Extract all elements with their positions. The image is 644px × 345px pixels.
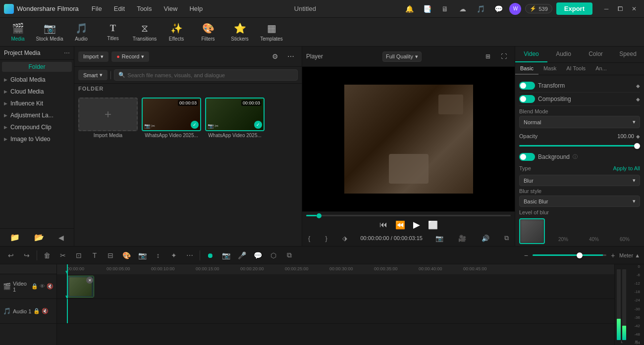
menu-edit[interactable]: Edit bbox=[109, 3, 130, 14]
cloud-icon[interactable]: ☁ bbox=[456, 2, 470, 16]
tab-color[interactable]: Color bbox=[580, 47, 612, 62]
ai-tools-button[interactable]: ✦ bbox=[167, 248, 181, 262]
add-marker-button[interactable]: ⬡ bbox=[267, 248, 280, 262]
screen-icon[interactable]: 🖥 bbox=[438, 2, 452, 16]
blur-style-select[interactable]: Basic Blur ▾ bbox=[519, 196, 640, 207]
music-icon[interactable]: 🎵 bbox=[474, 2, 487, 16]
sidebar-item-adjustment-layer[interactable]: ▶ Adjustment La... bbox=[0, 109, 74, 121]
import-button[interactable]: Import ▾ bbox=[78, 51, 108, 62]
more-icon[interactable]: ⋯ bbox=[284, 49, 298, 63]
clip-add-icon[interactable]: ⬗ bbox=[340, 234, 349, 243]
video-track-area[interactable]: ✕ bbox=[57, 274, 614, 299]
mark-in-icon[interactable]: { bbox=[306, 234, 312, 243]
media-item-video1[interactable]: 00:00:03 📷 ✂ ✓ WhatsApp Video 2025... bbox=[142, 98, 201, 138]
sub-tab-basic[interactable]: Basic bbox=[515, 63, 538, 75]
smart-filter-button[interactable]: Smart ▾ bbox=[78, 70, 107, 80]
track-lock-icon[interactable]: 🔒 bbox=[31, 283, 38, 290]
folder-active[interactable]: Folder bbox=[2, 62, 72, 72]
track-eye-icon[interactable]: 👁 bbox=[40, 283, 45, 290]
sidebar-item-compound-clip[interactable]: ▶ Compound Clip bbox=[0, 121, 74, 133]
menu-view[interactable]: View bbox=[159, 3, 182, 14]
record-tl-button[interactable]: ⏺ bbox=[203, 248, 217, 262]
user-avatar[interactable]: W bbox=[509, 3, 521, 15]
play-button[interactable]: ▶ bbox=[411, 218, 422, 231]
audio-track-area[interactable] bbox=[57, 299, 614, 324]
tool-transitions[interactable]: ⧖ Transitions bbox=[129, 19, 161, 46]
tool-filters[interactable]: 🎨 Filters bbox=[192, 19, 224, 46]
subtitle-button[interactable]: 💬 bbox=[251, 248, 265, 262]
transform-keyframe-icon[interactable]: ◆ bbox=[636, 83, 640, 89]
tool-stickers[interactable]: ⭐ Stickers bbox=[224, 19, 256, 46]
mark-out-icon[interactable]: } bbox=[323, 234, 329, 243]
opacity-keyframe-icon[interactable]: ◆ bbox=[636, 134, 640, 139]
video-clip-1[interactable]: ✕ bbox=[67, 276, 94, 297]
delete-button[interactable]: 🗑 bbox=[40, 248, 54, 262]
tool-audio[interactable]: 🎵 Audio bbox=[65, 19, 97, 46]
settings-icon[interactable]: ⋯ bbox=[64, 49, 70, 56]
camera-tl-button[interactable]: 📷 bbox=[219, 248, 233, 262]
blur-thumb-selected[interactable] bbox=[519, 218, 545, 244]
menu-help[interactable]: Help bbox=[184, 3, 208, 14]
volume-icon[interactable]: 🔊 bbox=[480, 234, 491, 243]
apply-all-button[interactable]: Apply to All bbox=[613, 165, 640, 171]
tool-titles[interactable]: T Titles bbox=[97, 19, 129, 46]
track-audio-mute-icon[interactable]: 🔇 bbox=[42, 308, 49, 314]
copy-button[interactable]: ⊟ bbox=[104, 248, 117, 262]
tool-stock-media[interactable]: 📷 Stock Media bbox=[34, 19, 65, 46]
chat-icon[interactable]: 💬 bbox=[491, 2, 505, 16]
sub-tab-mask[interactable]: Mask bbox=[538, 63, 561, 75]
prev-frame-button[interactable]: ⏮ bbox=[377, 219, 389, 230]
tab-audio[interactable]: Audio bbox=[547, 47, 580, 62]
search-box[interactable]: 🔍 Search file names, visuals, and dialog… bbox=[114, 69, 298, 81]
filter-icon[interactable]: ⚙ bbox=[268, 49, 282, 63]
camera-icon[interactable]: 🎥 bbox=[456, 234, 468, 243]
paint-button[interactable]: 🎨 bbox=[119, 248, 133, 262]
background-info-icon[interactable]: ⓘ bbox=[573, 153, 578, 160]
background-toggle[interactable] bbox=[519, 153, 535, 161]
folder-add-icon[interactable]: 📁 bbox=[8, 232, 22, 243]
minimize-button[interactable]: ─ bbox=[600, 3, 612, 15]
folder-new-icon[interactable]: 📂 bbox=[32, 232, 46, 243]
opacity-slider[interactable] bbox=[519, 145, 640, 147]
export-button[interactable]: Export bbox=[556, 2, 592, 15]
pip-icon[interactable]: ⧉ bbox=[502, 233, 511, 243]
player-fullscreen-icon[interactable]: ⛶ bbox=[497, 49, 511, 63]
tool-effects[interactable]: ✨ Effects bbox=[161, 19, 192, 46]
record-button[interactable]: ● Record ▾ bbox=[111, 51, 149, 62]
pip-tl-button[interactable]: ⧉ bbox=[282, 248, 296, 262]
transform-toggle[interactable] bbox=[519, 82, 535, 90]
rewind-button[interactable]: ⏪ bbox=[393, 219, 407, 231]
sidebar-item-image-to-video[interactable]: ▶ Image to Video bbox=[0, 133, 74, 145]
zoom-in-button[interactable]: + bbox=[608, 248, 617, 262]
player-timeline-track[interactable] bbox=[306, 215, 511, 216]
transform-tl-button[interactable]: ↕ bbox=[151, 248, 165, 262]
redo-button[interactable]: ↪ bbox=[20, 248, 34, 262]
screenshot-icon[interactable]: 📷 bbox=[433, 234, 445, 243]
snapshot-button[interactable]: 📷 bbox=[135, 248, 149, 262]
type-select[interactable]: Blur ▾ bbox=[519, 175, 640, 186]
text-button[interactable]: T bbox=[88, 248, 102, 262]
sidebar-item-cloud-media[interactable]: ▶ Cloud Media bbox=[0, 86, 74, 98]
tab-speed[interactable]: Speed bbox=[612, 47, 644, 62]
media-import-item[interactable]: + Import Media bbox=[78, 98, 138, 138]
track-mute-icon[interactable]: 🔇 bbox=[47, 283, 54, 290]
media-item-video2[interactable]: 00:00:03 📷 ✂ ✓ WhatsApp Video 2025... bbox=[205, 98, 265, 138]
cut-button[interactable]: ✂ bbox=[56, 248, 70, 262]
bookmark-icon[interactable]: 📑 bbox=[420, 2, 434, 16]
track-audio-lock-icon[interactable]: 🔒 bbox=[33, 308, 40, 314]
meter-label[interactable]: Meter ▲ bbox=[619, 252, 640, 258]
compositing-keyframe-icon[interactable]: ◆ bbox=[636, 97, 640, 102]
bell-icon[interactable]: 🔔 bbox=[402, 2, 416, 16]
quality-select[interactable]: Full Quality ▾ bbox=[382, 51, 422, 62]
menu-tools[interactable]: Tools bbox=[132, 3, 157, 14]
more-tl-button[interactable]: ⋯ bbox=[183, 248, 197, 262]
zoom-slider[interactable] bbox=[533, 254, 607, 256]
maximize-button[interactable]: ⧠ bbox=[614, 3, 626, 15]
compositing-toggle[interactable] bbox=[519, 95, 535, 103]
collapse-icon[interactable]: ◀ bbox=[56, 233, 66, 243]
player-aspect-icon[interactable]: ⊞ bbox=[481, 49, 495, 63]
sidebar-item-global-media[interactable]: ▶ Global Media bbox=[0, 74, 74, 86]
undo-button[interactable]: ↩ bbox=[4, 248, 18, 262]
menu-file[interactable]: File bbox=[87, 3, 107, 14]
clip-close-icon[interactable]: ✕ bbox=[86, 277, 93, 284]
